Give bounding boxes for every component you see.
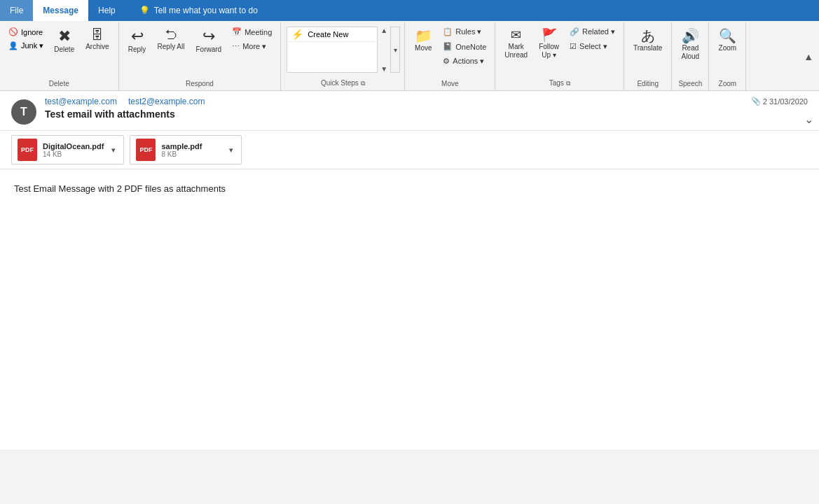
rules-button[interactable]: 📋 Rules ▾ (439, 25, 490, 38)
quicksteps-expand-icon[interactable]: ⧉ (361, 80, 365, 87)
meeting-more-col: 📅 Meeting ⋯ More ▾ (228, 25, 276, 53)
move-icon: 📁 (415, 29, 432, 43)
tags-group-label: Tags ⧉ (500, 78, 619, 89)
avatar: T (11, 99, 36, 125)
actions-button[interactable]: ⚙ Actions ▾ (439, 55, 490, 68)
reply-all-icon: ⮌ (165, 29, 177, 41)
translate-icon: あ (641, 29, 655, 43)
onenote-icon: 📓 (443, 42, 453, 51)
editing-group-label: Editing (628, 78, 667, 89)
junk-button[interactable]: 👤 Junk ▾ (4, 39, 48, 52)
delete-button[interactable]: ✖ Delete (49, 25, 79, 57)
ribbon-group-speech: 🔊 ReadAloud Speech (672, 22, 709, 90)
ribbon-group-respond: ↩ Reply ⮌ Reply All ↪ Forward 📅 Meeting … (119, 22, 282, 90)
ignore-icon: 🚫 (8, 27, 18, 36)
ribbon-group-move: 📁 Move 📋 Rules ▾ 📓 OneNote ⚙ Actions ▾ M… (405, 22, 495, 90)
delete-group-label: Delete (4, 78, 114, 89)
email-header: T test@example.com test2@example.com Tes… (0, 91, 819, 131)
attachment-size-1: 8 KB (161, 150, 221, 158)
delete-icon: ✖ (58, 29, 71, 44)
rules-onenote-actions-col: 📋 Rules ▾ 📓 OneNote ⚙ Actions ▾ (439, 25, 490, 68)
to-address[interactable]: test2@example.com (128, 97, 205, 106)
expand-header-button[interactable]: ⌄ (804, 113, 813, 126)
ribbon-group-tags: ✉ MarkUnread 🚩 FollowUp ▾ 🔗 Related ▾ ☑ … (495, 22, 624, 90)
email-addresses: test@example.com test2@example.com (45, 97, 743, 106)
pdf-icon-0: PDF (18, 139, 37, 161)
quicksteps-buttons: ⚡ Create New ▲ ▼ ▾ (285, 25, 400, 78)
ribbon-collapse-icon[interactable]: ▲ (804, 51, 813, 62)
quicksteps-group-label: Quick Steps ⧉ (285, 78, 400, 89)
onenote-button[interactable]: 📓 OneNote (439, 40, 490, 53)
delete-label: Delete (54, 46, 74, 54)
ribbon-group-zoom: 🔍 Zoom Zoom (709, 22, 746, 90)
mark-unread-button[interactable]: ✉ MarkUnread (500, 25, 532, 63)
reply-all-label: Reply All (158, 43, 185, 51)
attachment-dropdown-1[interactable]: ▾ (227, 146, 235, 155)
related-icon: 🔗 (570, 27, 579, 36)
attachment-dropdown-0[interactable]: ▾ (109, 146, 118, 155)
archive-button[interactable]: 🗄 Archive (81, 25, 113, 55)
mark-unread-label: MarkUnread (504, 43, 528, 59)
attachment-info-0: DigitalOcean.pdf 14 KB (43, 142, 104, 158)
archive-label: Archive (85, 43, 109, 51)
attachment-count: 2 (763, 97, 767, 106)
related-label: Related ▾ (582, 27, 615, 36)
tab-message[interactable]: Message (33, 0, 88, 21)
move-button[interactable]: 📁 Move (409, 25, 437, 56)
ignore-junk-col: 🚫 Ignore 👤 Junk ▾ (4, 25, 48, 52)
scroll-up-arrow[interactable]: ▲ (380, 27, 388, 34)
ignore-button[interactable]: 🚫 Ignore (4, 25, 48, 38)
forward-label: Forward (195, 46, 221, 54)
attachment-item-0[interactable]: PDF DigitalOcean.pdf 14 KB ▾ (11, 135, 124, 164)
translate-button[interactable]: あ Translate (628, 25, 667, 56)
reply-all-button[interactable]: ⮌ Reply All (153, 25, 190, 55)
tab-file[interactable]: File (0, 0, 33, 21)
select-button[interactable]: ☑ Select ▾ (565, 40, 619, 53)
more-label: More ▾ (242, 42, 266, 51)
ribbon: 🚫 Ignore 👤 Junk ▾ ✖ Delete 🗄 Archive Del… (0, 21, 819, 91)
create-new-step[interactable]: ⚡ Create New (287, 27, 377, 42)
more-respond-button[interactable]: ⋯ More ▾ (228, 40, 276, 53)
meeting-button[interactable]: 📅 Meeting (228, 25, 276, 38)
respond-buttons: ↩ Reply ⮌ Reply All ↪ Forward 📅 Meeting … (123, 25, 277, 78)
follow-up-label: FollowUp ▾ (539, 43, 559, 59)
quick-steps-expand[interactable]: ▾ (390, 27, 400, 73)
email-subject: Test email with attachments (45, 108, 743, 120)
ribbon-group-editing: あ Translate Editing (624, 22, 672, 90)
quick-steps-list: ⚡ Create New (287, 27, 378, 73)
read-aloud-button[interactable]: 🔊 ReadAloud (676, 25, 704, 64)
junk-label: Junk ▾ (21, 41, 43, 50)
related-button[interactable]: 🔗 Related ▾ (565, 25, 619, 38)
speech-group-label: Speech (676, 78, 704, 89)
create-new-label: Create New (308, 30, 348, 38)
reply-button[interactable]: ↩ Reply (123, 25, 151, 57)
more-icon: ⋯ (232, 42, 240, 51)
read-aloud-icon: 🔊 (682, 29, 699, 43)
forward-button[interactable]: ↪ Forward (191, 25, 226, 57)
scroll-down-arrow[interactable]: ▼ (380, 65, 388, 73)
tab-help[interactable]: Help (88, 0, 125, 21)
meeting-icon: 📅 (232, 27, 242, 36)
respond-group-label: Respond (123, 78, 277, 89)
menu-bar: File Message Help 💡 Tell me what you wan… (0, 0, 819, 21)
zoom-button[interactable]: 🔍 Zoom (713, 25, 741, 56)
archive-icon: 🗄 (91, 29, 104, 41)
actions-label: Actions ▾ (453, 57, 484, 66)
lightbulb-icon: 💡 (139, 6, 150, 15)
attachments-bar: PDF DigitalOcean.pdf 14 KB ▾ PDF sample.… (0, 131, 819, 169)
editing-buttons: あ Translate (628, 25, 667, 78)
from-address[interactable]: test@example.com (45, 97, 117, 106)
follow-up-button[interactable]: 🚩 FollowUp ▾ (534, 25, 564, 63)
attachment-info-1: sample.pdf 8 KB (161, 142, 221, 158)
tags-expand-icon[interactable]: ⧉ (566, 80, 570, 87)
quick-steps-scroll: ▲ ▼ (379, 25, 389, 74)
related-select-col: 🔗 Related ▾ ☑ Select ▾ (565, 25, 619, 53)
menu-search-area[interactable]: 💡 Tell me what you want to do (139, 0, 258, 21)
zoom-icon: 🔍 (719, 29, 736, 43)
read-aloud-label: ReadAloud (682, 44, 700, 61)
attachment-item-1[interactable]: PDF sample.pdf 8 KB ▾ (130, 135, 242, 164)
paperclip-icon: 📎 (751, 97, 761, 106)
select-icon: ☑ (570, 42, 577, 51)
junk-icon: 👤 (8, 41, 18, 50)
rules-icon: 📋 (443, 27, 453, 36)
